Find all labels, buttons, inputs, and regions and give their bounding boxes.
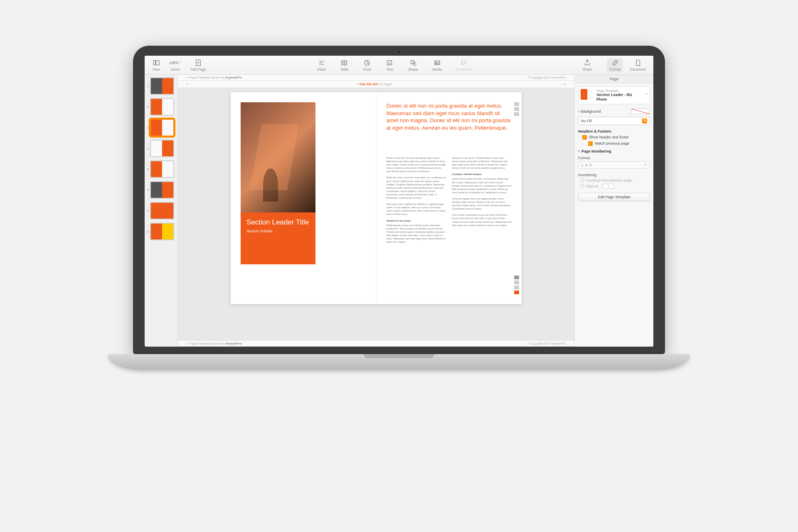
chevron-down-icon: ˅ — [645, 93, 648, 98]
headers-footers-section: Headers & Footers — [578, 129, 650, 133]
template-thumbnail-icon — [581, 89, 594, 100]
inspector-panel: Page Page Template Section Leader - BG P… — [574, 75, 653, 347]
insert-icon — [318, 59, 326, 66]
thumb-1[interactable] — [150, 77, 174, 95]
thumb-7[interactable] — [150, 202, 174, 219]
start-at-stepper[interactable]: 1 — [603, 184, 614, 189]
thumb-5[interactable] — [150, 160, 174, 178]
title-strip: ≡ » Palo Alto NXT for Pages » ⊕ — [178, 81, 574, 88]
share-button[interactable]: Share — [583, 59, 592, 71]
thumb-3[interactable] — [150, 119, 174, 136]
updown-icon: ⇅ — [644, 163, 647, 167]
thumb-4[interactable] — [150, 140, 174, 157]
view-button[interactable]: View — [152, 59, 160, 71]
canvas[interactable]: » Pages Template System by KeynotePro © … — [178, 75, 574, 347]
media-icon — [433, 59, 441, 66]
zoom-value: 125% ˅ — [167, 59, 184, 66]
thumb-2[interactable] — [150, 98, 174, 116]
document-icon — [634, 59, 642, 66]
start-at-radio[interactable]: Start at:1 — [581, 184, 650, 189]
view-icon — [152, 59, 160, 66]
toolbar: View 125% ˅ Zoom Add Page Insert — [145, 56, 653, 75]
camera-dot — [398, 51, 400, 53]
svg-text:A: A — [388, 61, 391, 65]
document-button[interactable]: Document — [630, 59, 646, 71]
background-swatch[interactable] — [631, 108, 650, 114]
footer-strip: » Pages Template System by KeynotePro © … — [178, 341, 574, 347]
page-spread[interactable]: Section Leader Title Section Subtitle Do… — [231, 92, 522, 304]
add-page-label: Add Page — [190, 67, 206, 71]
inspector-tab-page[interactable]: Page — [610, 77, 618, 81]
chart-button[interactable]: Chart — [363, 59, 372, 71]
insert-button[interactable]: Insert — [317, 59, 326, 71]
dropdown-arrow-icon: ⇅ — [642, 118, 647, 123]
comment-icon — [460, 59, 468, 66]
hero-caption: Section Leader Title Section Subtitle — [241, 212, 315, 264]
thumb-6[interactable] — [150, 181, 174, 199]
table-button[interactable]: Table — [340, 59, 348, 71]
hero-image — [241, 102, 315, 212]
plus-icon — [194, 59, 202, 66]
share-icon — [583, 59, 591, 66]
lead-paragraph[interactable]: Donec id elit non mi porta gravida at eg… — [387, 102, 512, 131]
hero-subtitle[interactable]: Section Subtitle — [246, 229, 310, 233]
page-thumbnails[interactable]: 1 2 3 4 5 6 7 8 — [145, 75, 178, 347]
checkbox-checked-icon: ✓ — [582, 135, 587, 140]
svg-point-15 — [413, 62, 416, 66]
match-previous-checkbox[interactable]: ✓ Match previous page — [588, 141, 650, 146]
show-header-footer-checkbox[interactable]: ✓ Show header and footer — [582, 135, 650, 140]
view-label: View — [153, 67, 160, 71]
media-button[interactable]: Media — [432, 59, 442, 71]
disclosure-triangle-icon[interactable]: ▾ — [578, 110, 580, 113]
shape-button[interactable]: Shape — [408, 59, 418, 71]
comment-button[interactable]: Comment — [456, 59, 471, 71]
brush-icon — [611, 59, 619, 66]
number-format-dropdown[interactable]: 1, 2, 3 ⇅ — [578, 161, 650, 169]
text-icon: A — [385, 59, 394, 66]
page-template-select[interactable]: Page Template Section Leader - BG Photo … — [578, 86, 650, 104]
continue-radio[interactable]: Continue from previous page — [581, 178, 650, 182]
zoom-label: Zoom — [171, 67, 180, 71]
text-button[interactable]: A Text — [385, 59, 394, 71]
add-page-button[interactable]: Add Page — [190, 59, 206, 71]
svg-rect-14 — [411, 60, 414, 64]
header-strip-top: » Pages Template System by KeynotePro © … — [178, 75, 574, 81]
hero-title[interactable]: Section Leader Title — [246, 218, 310, 227]
disclosure-triangle-icon: ▾ — [578, 150, 580, 153]
shape-icon — [409, 59, 417, 66]
zoom-dropdown[interactable]: 125% ˅ Zoom — [167, 59, 184, 71]
svg-rect-1 — [156, 60, 159, 65]
edit-template-button[interactable]: Edit Page Template — [578, 193, 650, 201]
page-numbering-section[interactable]: ▾Page Numbering — [578, 149, 650, 153]
format-button[interactable]: Format — [607, 58, 623, 72]
hero-block[interactable]: Section Leader Title Section Subtitle — [241, 102, 315, 264]
table-icon — [340, 59, 348, 66]
chart-icon — [363, 59, 371, 66]
fill-dropdown[interactable]: No Fill ⇅ — [578, 117, 650, 125]
body-column-1[interactable]: Donec id elit non mi porta gravida at eg… — [387, 102, 446, 294]
checkbox-checked-icon: ✓ — [588, 141, 593, 146]
svg-rect-0 — [153, 60, 155, 65]
thumb-8[interactable] — [150, 223, 174, 240]
